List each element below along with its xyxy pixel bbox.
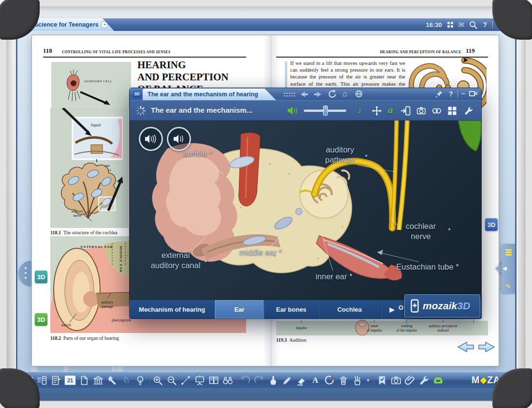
trash-icon[interactable] <box>338 375 349 386</box>
tab-close-icon[interactable]: × <box>101 21 108 28</box>
draw-hand-icon[interactable] <box>267 375 279 386</box>
tab-mechanism-of-hearing[interactable]: Mechanism of hearing <box>130 300 215 318</box>
search-binoculars-icon[interactable] <box>222 375 234 386</box>
book-tab-label: Science for Teenagers <box>34 21 98 28</box>
caption-text: The structure of the cochlea <box>63 230 118 235</box>
label-line: auditory <box>319 145 361 155</box>
prev-page-button[interactable] <box>457 339 475 355</box>
insert-to-book-icon[interactable] <box>400 106 411 116</box>
left-running-head: CONTROLLING OF VITAL LIFE PROCESSES AND … <box>62 50 171 54</box>
zoom-in-icon[interactable] <box>152 375 163 386</box>
hotspot-middle-ear[interactable]: middle ear * <box>234 247 287 257</box>
fig2-label-auricle: auricle <box>61 323 72 327</box>
apps-grid-icon[interactable] <box>447 22 453 28</box>
heading-line-2: AND PERCEPTION <box>137 71 228 83</box>
hotspot-external-auditory-canal[interactable]: external auditory canal * <box>146 250 205 271</box>
loading-spinner-icon <box>135 106 146 116</box>
hotspot-inner-ear[interactable]: inner ear * <box>309 272 359 282</box>
close-book-icon[interactable] <box>36 375 48 386</box>
games-knight-icon[interactable]: ♘ <box>120 375 132 386</box>
drag-dots-icon[interactable] <box>283 92 296 98</box>
fig1-label-nerve-1: auditory <box>72 209 84 213</box>
fig3-label-sending-2: of the impulse <box>397 328 418 332</box>
search-icon[interactable] <box>469 21 477 29</box>
link-icon[interactable] <box>431 106 442 116</box>
hotspot-eustachian-tube[interactable]: Eustachian tube * <box>384 262 471 272</box>
left-drawer-handle[interactable] <box>18 261 31 286</box>
tools-hammer-icon[interactable] <box>106 375 118 386</box>
eraser-icon[interactable] <box>296 375 307 386</box>
refresh-icon[interactable] <box>328 90 337 98</box>
panel-menu-icon[interactable] <box>505 249 512 251</box>
rotate-tool-icon[interactable] <box>324 375 335 386</box>
tab-cochlea[interactable]: Cochlea <box>319 300 381 318</box>
fig3-label-perception-1: auditory perception <box>429 324 458 328</box>
popup-help-icon[interactable]: ? <box>449 90 453 98</box>
mail-icon[interactable]: ✉ <box>458 21 464 29</box>
sound-button-soft[interactable] <box>167 127 191 151</box>
badge-3d-blue[interactable]: 3D <box>485 218 498 231</box>
text-tool-icon[interactable]: A <box>310 375 321 386</box>
screenshot-camera-icon[interactable] <box>390 375 402 386</box>
popup-close-button[interactable]: × <box>474 90 478 97</box>
calendar-icon[interactable]: 21 <box>64 375 76 386</box>
pen-holder-dropdown-icon[interactable]: ▾ <box>366 375 370 386</box>
new-page-icon[interactable] <box>78 375 90 386</box>
mozaik3d-brand: mozaik3D <box>404 294 480 317</box>
badge-3d-green[interactable]: 3D <box>35 313 47 326</box>
hotspot-auricle[interactable]: auricle * <box>171 149 224 159</box>
app-screen: Science for Teenagers × 16:30 ✉ ? – × <box>16 4 517 403</box>
preferences-wrench-icon[interactable] <box>418 375 430 386</box>
badge-3d-teal[interactable]: 3D <box>35 271 47 283</box>
home-icon[interactable]: ⌂ <box>342 90 347 98</box>
tab-ear-bones[interactable]: Ear bones <box>264 300 319 318</box>
help-icon[interactable]: ? <box>483 21 487 28</box>
bookmark-check-icon[interactable] <box>376 375 388 386</box>
redo-icon[interactable] <box>253 375 265 386</box>
fig1-label-nerve-2: nerve <box>74 213 82 218</box>
table-of-contents-icon[interactable] <box>50 375 62 386</box>
hotspot-auditory-pathway[interactable]: auditory pathway * <box>319 145 361 165</box>
toolbox-drawer-icon[interactable] <box>432 375 444 386</box>
mobile-app-icon <box>411 299 419 313</box>
attachment-paperclip-icon[interactable] <box>404 375 416 386</box>
settings-wrench-icon[interactable] <box>463 106 474 116</box>
globe-icon[interactable] <box>355 90 363 98</box>
media-library-icon[interactable] <box>92 375 104 386</box>
forward-icon[interactable] <box>313 91 322 98</box>
highlighter-icon[interactable] <box>281 375 293 386</box>
annotation-labels-icon[interactable]: a <box>388 104 393 116</box>
hotspot-star: * <box>204 257 207 267</box>
move-icon[interactable] <box>371 106 382 116</box>
next-page-button[interactable] <box>477 339 496 355</box>
volume-slider-handle[interactable] <box>323 106 328 116</box>
tab-ear[interactable]: Ear <box>215 300 264 318</box>
pen-holder-icon[interactable] <box>352 375 363 386</box>
panel-edit-icon[interactable]: ✎ <box>505 283 511 290</box>
narration-music-icon[interactable]: ♪ <box>357 105 362 116</box>
double-page-view-icon[interactable] <box>208 375 220 386</box>
brand-word: mozaik <box>423 300 457 311</box>
sound-button-loud[interactable] <box>139 127 163 151</box>
panel-collapse-icon[interactable]: ◀ <box>502 265 506 272</box>
zoom-out-icon[interactable] <box>166 375 177 386</box>
hotspot-cochlear-nerve[interactable]: cochlear nerve * <box>399 221 443 242</box>
panel-menu-icon[interactable] <box>505 252 512 253</box>
popup-title-tab[interactable]: The ear and the mechanism of hearing <box>143 89 276 100</box>
cell-label: AUDITORY CELL <box>84 79 112 83</box>
undo-icon[interactable] <box>239 375 251 386</box>
3d-scene-viewport[interactable]: auricle * auditory pathway * cochlear ne… <box>130 121 481 300</box>
volume-icon[interactable] <box>287 106 299 115</box>
popup-minimize-button[interactable]: – <box>461 90 465 97</box>
label-line: pathway <box>319 155 361 165</box>
snapshot-camera-icon[interactable] <box>416 106 427 116</box>
back-icon[interactable] <box>300 91 309 98</box>
pin-icon[interactable] <box>435 90 443 98</box>
left-page-number: 118 <box>43 47 52 55</box>
layout-grid-icon[interactable] <box>447 106 458 116</box>
route-icon[interactable] <box>180 375 192 386</box>
ideas-bulb-icon[interactable] <box>134 375 146 386</box>
presentation-board-icon[interactable] <box>194 375 206 386</box>
fig1-label-liquid: liquid <box>91 122 101 127</box>
panel-menu-icon[interactable] <box>505 254 512 256</box>
